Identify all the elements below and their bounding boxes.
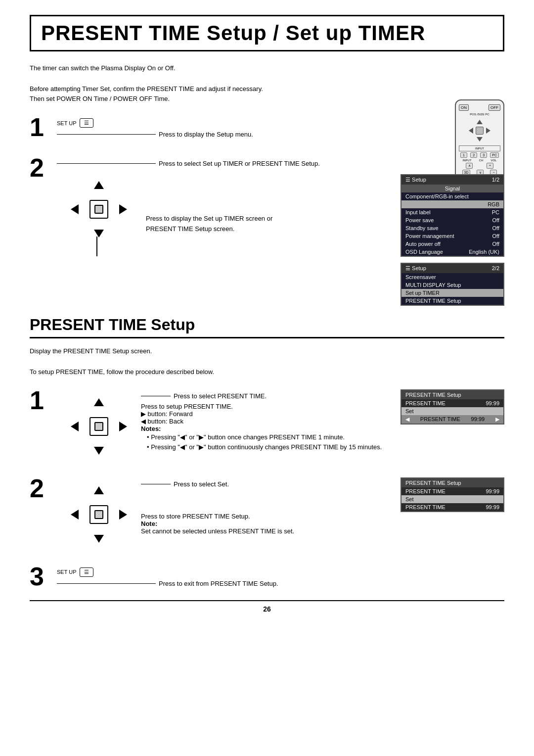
intro-line1: The timer can switch the Plasma Display … <box>30 63 504 74</box>
pt-step1-desc1: Press to select PRESENT TIME. <box>174 392 267 400</box>
remote-left-arrow <box>469 128 473 134</box>
pt-setup-btn-icon-3: ☰ <box>84 569 89 575</box>
pt-step1-desc3: ▶ button: Forward <box>141 410 193 418</box>
dpad-right <box>119 204 127 214</box>
pt-dpad-up-1 <box>94 398 104 406</box>
pt-step2-note-label: Note: <box>141 520 157 527</box>
dpad-graphic <box>67 177 131 241</box>
remote-off-btn[interactable]: OFF <box>489 104 500 111</box>
osd-row-multi-display: MULTI DISPLAY Setup <box>401 281 503 289</box>
osd-header-2: ☰ Setup 2/2 <box>401 264 503 273</box>
pt-step-1-number: 1 <box>30 387 57 413</box>
osd-menu-1: ☰ Setup 1/2 Signal Component/RGB-in sele… <box>400 174 504 257</box>
pt-step2-line1: Press to select Set. <box>141 480 391 488</box>
pt-menu-1-row2: Set <box>401 407 503 415</box>
step-2-desc2: Press to display the Set up TIMER screen… <box>146 215 272 222</box>
pt-menu-2-row1: PRESENT TIME 99:99 <box>401 487 503 495</box>
pt-setup-label-3: SET UP <box>57 569 77 575</box>
osd-signal-section: Signal <box>401 185 503 192</box>
pt-menu-1-row1: PRESENT TIME 99:99 <box>401 399 503 407</box>
pt-menu-1-row3: ◀ PRESENT TIME 99:99 ▶ <box>401 415 503 424</box>
pt-intro2: To setup PRESENT TIME, follow the proced… <box>30 367 504 378</box>
pt-menu-2-header: PRESENT TIME Setup <box>401 478 503 487</box>
pt-step-2-number: 2 <box>30 475 57 501</box>
osd-row-screensaver: Screensaver <box>401 273 503 281</box>
pt-dpad-down-2 <box>94 535 104 543</box>
pt-step-2-row: 2 Press to select Set. <box>30 475 504 552</box>
pt-menu-1-header: PRESENT TIME Setup <box>401 390 503 399</box>
step2-lower-desc: Press to display the Set up TIMER screen… <box>146 215 386 222</box>
pt-step2-desc2-block: Press to store PRESENT TIME Setup. Note:… <box>141 513 391 535</box>
pt-intro: Display the PRESENT TIME Setup screen. T… <box>30 346 504 377</box>
pt-osd2: PRESENT TIME Setup PRESENT TIME 99:99 Se… <box>400 477 504 552</box>
dpad-line-down <box>96 236 97 256</box>
pt-dpad-up-2 <box>94 486 104 494</box>
osd-row-auto-power: Auto power off Off <box>401 240 503 248</box>
intro-line2: Before attempting Timer Set, confirm the… <box>30 84 504 94</box>
intro-line3: Then set POWER ON Time / POWER OFF Time. <box>30 94 504 104</box>
setup-label-1: SET UP <box>57 120 77 126</box>
setup-button-1[interactable]: ☰ <box>80 118 93 128</box>
pt-step3-desc1: Press to exit from PRESENT TIME Setup. <box>159 580 278 587</box>
osd-row-input-label: Input label PC <box>401 208 503 216</box>
pt-osd1: PRESENT TIME Setup PRESENT TIME 99:99 Se… <box>400 389 504 464</box>
step-2-desc1: Press to select Set up TIMER or PRESENT … <box>159 160 320 167</box>
pt-step-1-row: 1 Press to select PRESENT TIME. <box>30 387 504 464</box>
osd-row-power-mgmt: Power management Off <box>401 232 503 240</box>
pt-dpad-center-inner-1 <box>94 422 103 431</box>
pt-step-3-row: 3 SET UP ☰ Press to exit from PRESENT TI… <box>30 564 504 590</box>
pt-step1-desc2: Press to setup PRESENT TIME. <box>141 403 233 410</box>
pt-menu-2: PRESENT TIME Setup PRESENT TIME 99:99 Se… <box>400 477 504 512</box>
remote-dpad-center[interactable] <box>476 127 484 135</box>
osd-row-component: Component/RGB-in select <box>401 192 503 200</box>
osd-header-2-page: 2/2 <box>492 265 499 272</box>
pt-step-3-number: 3 <box>30 564 57 589</box>
osd-header-1: ☰ Setup 1/2 <box>401 175 503 185</box>
step-1-desc: Press to display the Setup menu. <box>159 131 253 138</box>
pt-step2-note1: Set cannot be selected unless PRESENT TI… <box>141 527 294 535</box>
pt-dpad-right-2 <box>119 510 127 520</box>
pt-menu-1: PRESENT TIME Setup PRESENT TIME 99:99 Se… <box>400 389 504 425</box>
dpad-center[interactable] <box>89 200 108 219</box>
osd-row-power-save: Power save Off <box>401 216 503 224</box>
pt-setup-button-3[interactable]: ☰ <box>80 567 93 577</box>
pt-step1-note2: • Pressing "◀" or "▶" button continuousl… <box>147 443 382 451</box>
osd-row-standby: Standby save Off <box>401 224 503 232</box>
pt-step1-desc2-block: Press to setup PRESENT TIME. ▶ button: F… <box>141 403 391 453</box>
pt-dpad-center-2[interactable] <box>89 505 108 524</box>
remote-pos-size: POS./SIZE PC <box>459 113 500 116</box>
setup-btn-icon-1: ☰ <box>84 120 89 126</box>
section-present-time-title: PRESENT TIME Setup <box>30 316 504 334</box>
section-present-time-header: PRESENT TIME Setup <box>30 316 504 338</box>
pt-step1-note1: • Pressing "◀" or "▶" button once change… <box>147 433 345 441</box>
osd-row-rgb: RGB <box>401 200 503 208</box>
dpad-step2 <box>67 177 131 241</box>
osd-header-1-page: 1/2 <box>492 177 499 183</box>
pt-step1-notes-label: Notes: <box>141 425 161 432</box>
remote-on-btn[interactable]: ON <box>459 104 469 111</box>
pt-dpad-center-inner-2 <box>94 510 103 519</box>
pt-step1-desc4: ◀ button: Back <box>141 418 183 425</box>
step-1-number: 1 <box>30 114 57 140</box>
pt-dpad-left-2 <box>71 510 79 520</box>
remote-dpad <box>467 118 492 143</box>
osd-row-osd-lang: OSD Language English (UK) <box>401 248 503 256</box>
remote-input-block: INPUT <box>459 145 500 151</box>
pt-dpad-left-1 <box>71 422 79 431</box>
osd-header-2-label: ☰ Setup <box>405 265 426 272</box>
dpad-center-inner <box>94 205 103 214</box>
step-2-desc3: PRESENT TIME Setup screen. <box>146 225 386 233</box>
intro-section: The timer can switch the Plasma Display … <box>30 63 504 104</box>
osd-menus-section1: ☰ Setup 1/2 Signal Component/RGB-in sele… <box>400 172 504 306</box>
step-1-row: 1 SET UP ☰ Press to display the Setup me… <box>30 114 504 141</box>
remote-up-arrow <box>477 120 483 124</box>
osd-row-setup-timer: Set up TIMER <box>401 289 503 297</box>
osd-row-present-time: PRESENT TIME Setup <box>401 297 503 305</box>
pt-menu-2-row2: Set <box>401 495 503 503</box>
pt-dpad-step1 <box>67 394 131 459</box>
pt-dpad-center-1[interactable] <box>89 417 108 436</box>
page-title: PRESENT TIME Setup / Set up TIMER <box>41 21 493 45</box>
dpad-left <box>71 204 79 214</box>
arrow-line-2 <box>57 163 156 164</box>
osd-header-1-label: ☰ Setup <box>405 177 426 183</box>
